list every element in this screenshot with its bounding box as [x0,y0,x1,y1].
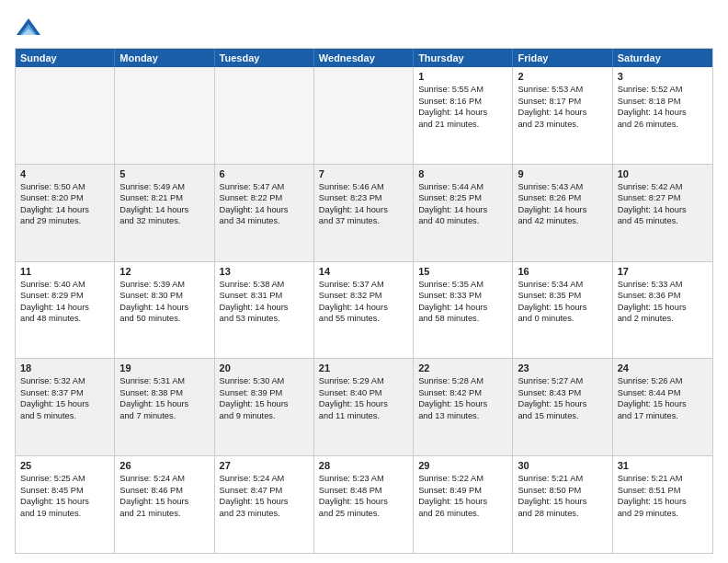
calendar-cell: 23Sunrise: 5:27 AMSunset: 8:43 PMDayligh… [513,359,612,455]
cell-line: and 29 minutes. [618,508,708,520]
cell-line: Daylight: 15 hours [518,398,607,410]
day-number: 25 [20,460,109,471]
logo-icon [15,15,42,42]
day-number: 18 [20,362,109,373]
cell-line: Sunset: 8:39 PM [220,387,309,399]
cell-line: and 17 minutes. [618,410,708,422]
cell-line: Daylight: 15 hours [20,496,109,508]
cell-line: Daylight: 14 hours [518,107,607,119]
cell-line: Daylight: 15 hours [319,398,408,410]
calendar-cell: 24Sunrise: 5:26 AMSunset: 8:44 PMDayligh… [613,359,712,455]
cell-line: Sunrise: 5:29 AM [319,375,408,387]
cell-line: Daylight: 15 hours [119,398,209,410]
calendar-cell: 19Sunrise: 5:31 AMSunset: 8:38 PMDayligh… [115,359,214,455]
cell-line: and 45 minutes. [618,215,708,227]
cell-line: Sunrise: 5:52 AM [618,84,708,96]
cell-line: Daylight: 14 hours [319,204,408,216]
calendar-row-2: 11Sunrise: 5:40 AMSunset: 8:29 PMDayligh… [16,261,712,359]
day-number: 1 [418,71,507,82]
calendar-row-3: 18Sunrise: 5:32 AMSunset: 8:37 PMDayligh… [16,358,712,455]
cell-line: and 53 minutes. [220,313,309,325]
calendar-cell: 15Sunrise: 5:35 AMSunset: 8:33 PMDayligh… [414,262,513,359]
cell-line: Daylight: 14 hours [20,302,109,314]
cell-line: and 19 minutes. [20,508,109,520]
calendar-cell: 4Sunrise: 5:50 AMSunset: 8:20 PMDaylight… [16,165,115,261]
day-number: 27 [220,460,309,471]
calendar-cell [314,67,414,164]
day-number: 8 [418,168,507,179]
calendar-cell: 7Sunrise: 5:46 AMSunset: 8:23 PMDaylight… [314,165,414,261]
cell-line: Sunrise: 5:46 AM [319,181,408,193]
calendar-cell [115,67,214,164]
cell-line: Daylight: 15 hours [518,496,607,508]
cell-line: Sunset: 8:49 PM [418,485,507,497]
day-number: 17 [618,266,708,277]
cell-line: Daylight: 14 hours [220,204,309,216]
cell-line: Sunset: 8:47 PM [220,485,309,497]
calendar-cell: 25Sunrise: 5:25 AMSunset: 8:45 PMDayligh… [16,456,115,553]
cell-line: Sunset: 8:16 PM [418,96,507,108]
day-number: 15 [418,266,507,277]
day-number: 21 [319,362,408,373]
cell-line: Sunrise: 5:31 AM [119,375,209,387]
cell-line: Sunrise: 5:35 AM [418,279,507,291]
day-number: 31 [618,460,708,471]
cell-line: Daylight: 15 hours [618,496,708,508]
cell-line: Sunset: 8:43 PM [518,387,607,399]
cell-line: and 28 minutes. [518,508,607,520]
header-day-saturday: Saturday [613,49,712,67]
cell-line: and 32 minutes. [119,215,209,227]
cell-line: Daylight: 14 hours [518,204,607,216]
cell-line: Sunrise: 5:26 AM [618,375,708,387]
day-number: 4 [20,168,109,179]
calendar-row-4: 25Sunrise: 5:25 AMSunset: 8:45 PMDayligh… [16,455,712,553]
cell-line: and 5 minutes. [20,410,109,422]
cell-line: Sunset: 8:35 PM [518,290,607,302]
cell-line: Sunrise: 5:25 AM [20,473,109,485]
cell-line: Daylight: 15 hours [220,496,309,508]
cell-line: and 55 minutes. [319,313,408,325]
cell-line: and 50 minutes. [119,313,209,325]
calendar-cell [215,67,314,164]
day-number: 23 [518,362,607,373]
cell-line: and 58 minutes. [418,313,507,325]
cell-line: Sunrise: 5:24 AM [119,473,209,485]
cell-line: Sunset: 8:17 PM [518,96,607,108]
cell-line: Sunrise: 5:50 AM [20,181,109,193]
day-number: 14 [319,266,408,277]
day-number: 3 [618,71,708,82]
cell-line: Sunrise: 5:34 AM [518,279,607,291]
header-day-monday: Monday [115,49,214,67]
cell-line: Sunrise: 5:37 AM [319,279,408,291]
day-number: 7 [319,168,408,179]
cell-line: Daylight: 15 hours [418,398,507,410]
cell-line: Sunrise: 5:43 AM [518,181,607,193]
cell-line: Daylight: 14 hours [220,302,309,314]
calendar-cell: 20Sunrise: 5:30 AMSunset: 8:39 PMDayligh… [215,359,314,455]
cell-line: Sunrise: 5:47 AM [220,181,309,193]
cell-line: Daylight: 15 hours [319,496,408,508]
cell-line: Sunrise: 5:49 AM [119,181,209,193]
cell-line: Daylight: 14 hours [418,204,507,216]
cell-line: Sunrise: 5:32 AM [20,375,109,387]
cell-line: Sunset: 8:31 PM [220,290,309,302]
cell-line: Sunrise: 5:40 AM [20,279,109,291]
cell-line: and 23 minutes. [220,508,309,520]
day-number: 11 [20,266,109,277]
day-number: 28 [319,460,408,471]
calendar-cell: 8Sunrise: 5:44 AMSunset: 8:25 PMDaylight… [414,165,513,261]
calendar-body: 1Sunrise: 5:55 AMSunset: 8:16 PMDaylight… [16,67,712,553]
calendar-cell: 2Sunrise: 5:53 AMSunset: 8:17 PMDaylight… [513,67,612,164]
calendar-row-1: 4Sunrise: 5:50 AMSunset: 8:20 PMDaylight… [16,164,712,261]
cell-line: and 26 minutes. [618,119,708,131]
cell-line: Sunrise: 5:24 AM [220,473,309,485]
calendar-cell: 9Sunrise: 5:43 AMSunset: 8:26 PMDaylight… [513,165,612,261]
cell-line: Sunset: 8:21 PM [119,192,209,204]
cell-line: Sunset: 8:45 PM [20,485,109,497]
calendar-cell: 13Sunrise: 5:38 AMSunset: 8:31 PMDayligh… [215,262,314,359]
cell-line: Sunrise: 5:21 AM [618,473,708,485]
cell-line: Sunset: 8:40 PM [319,387,408,399]
cell-line: and 21 minutes. [119,508,209,520]
calendar-cell: 27Sunrise: 5:24 AMSunset: 8:47 PMDayligh… [215,456,314,553]
calendar-cell: 21Sunrise: 5:29 AMSunset: 8:40 PMDayligh… [314,359,414,455]
